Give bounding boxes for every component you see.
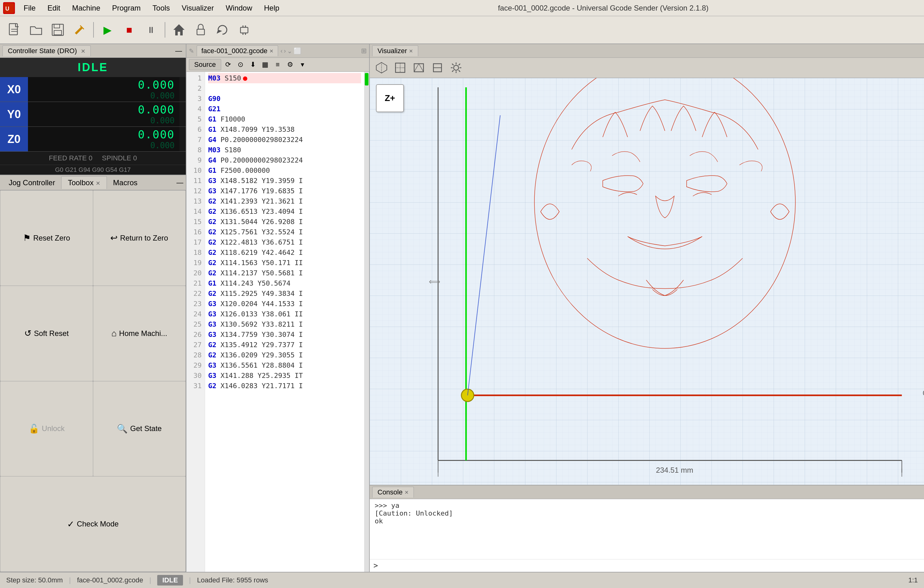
return-to-zero-label: Return to Zero — [120, 234, 168, 243]
x-axis-values: 0.000 0.000 — [28, 77, 180, 102]
tab-macros[interactable]: Macros — [107, 177, 144, 189]
pause-button[interactable]: ⏸ — [142, 20, 160, 39]
menu-file[interactable]: File — [18, 2, 41, 14]
main-toolbar: ▶ ■ ⏸ — [0, 16, 924, 44]
y-main-value: 0.000 — [138, 103, 175, 116]
vis-canvas[interactable]: 222.7 mm 0 mm 234.51 mm Z+ ⟺ — [370, 78, 924, 485]
vis-tab[interactable]: Visualizer ✕ — [372, 45, 418, 56]
new-file-button[interactable] — [5, 20, 24, 39]
jog-panel-minimize[interactable]: — — [177, 179, 183, 187]
edit-button[interactable] — [70, 20, 89, 39]
menu-bar: U File Edit Machine Program Tools Visual… — [0, 0, 924, 16]
dro-tab-bar: Controller State (DRO) ✕ — — [0, 44, 186, 58]
list-icon[interactable]: ≡ — [272, 59, 283, 70]
stop-button[interactable]: ■ — [120, 20, 139, 39]
unlock-label: Unlock — [42, 424, 64, 433]
menu-window[interactable]: Window — [220, 2, 257, 14]
code-file-tab[interactable]: face-001_0002.gcode ✕ — [197, 45, 278, 56]
svg-marker-21 — [414, 64, 424, 72]
right-vis-console: Visualizer ✕ — [370, 44, 924, 572]
step-size-label: Step size: 50.0mm — [6, 576, 63, 584]
save-file-button[interactable] — [48, 20, 67, 39]
return-to-zero-button[interactable]: ↩ Return to Zero — [93, 190, 186, 286]
get-state-button[interactable]: 🔍 Get State — [93, 382, 186, 476]
reset-button[interactable] — [213, 20, 232, 39]
next-button[interactable]: › — [284, 47, 286, 55]
console-input[interactable] — [380, 562, 920, 570]
code-content: M03 S150 G90G21G1 F10000G1 X148.7099 Y19… — [205, 72, 364, 572]
console-panel: Console ✕ >>> ya[Caution: Unlocked]ok > — [370, 485, 924, 572]
menu-machine[interactable]: Machine — [66, 2, 106, 14]
zplus-button[interactable]: Z+ — [376, 84, 404, 112]
console-tab-close[interactable]: ✕ — [404, 489, 409, 496]
layout-icon[interactable]: ▦ — [260, 59, 271, 70]
code-nav-buttons: ‹ › ⌄ ⬜ — [280, 47, 301, 55]
scrollbar[interactable] — [364, 72, 369, 572]
x-sub-value: 0.000 — [150, 91, 175, 101]
x-axis-label: X0 — [0, 77, 28, 102]
scrollbar-thumb[interactable] — [365, 73, 368, 86]
console-tab[interactable]: Console ✕ — [372, 487, 414, 497]
source-button[interactable]: Source — [189, 59, 221, 70]
dropdown-icon[interactable]: ▾ — [297, 59, 308, 70]
status-file-label: face-001_0002.gcode — [77, 576, 143, 584]
refresh-icon[interactable]: ⟳ — [223, 59, 234, 70]
menu-tools[interactable]: Tools — [147, 2, 175, 14]
open-file-button[interactable] — [27, 20, 45, 39]
unlock-button[interactable]: 🔓 Unlock — [0, 382, 93, 476]
jog-tab-bar: Jog Controller Toolbox ✕ Macros — — [0, 175, 186, 190]
search-icon[interactable]: ⊙ — [235, 59, 246, 70]
vis-3d-icon[interactable] — [373, 59, 389, 76]
vis-top-icon[interactable] — [392, 59, 408, 76]
tab-toolbox[interactable]: Toolbox ✕ — [61, 176, 107, 189]
home-machine-button[interactable]: ⌂ Home Machi... — [93, 286, 186, 381]
menu-help[interactable]: Help — [259, 2, 285, 14]
down-button[interactable]: ⌄ — [287, 47, 292, 55]
home-button[interactable] — [170, 20, 188, 39]
code-panel-expand[interactable]: ⊞ — [361, 47, 366, 55]
code-editor-panel: ✎ face-001_0002.gcode ✕ ‹ › ⌄ ⬜ ⊞ Source… — [186, 44, 370, 572]
lock-button[interactable] — [191, 20, 210, 39]
dro-tab-close[interactable]: ✕ — [81, 48, 86, 55]
maximize-button[interactable]: ⬜ — [294, 47, 301, 55]
disconnect-button[interactable] — [235, 20, 254, 39]
svg-line-31 — [459, 64, 460, 65]
code-editor[interactable]: 1234567891011121314151617181920212223242… — [186, 72, 369, 572]
dro-tab[interactable]: Controller State (DRO) ✕ — [2, 45, 91, 56]
code-tab-close[interactable]: ✕ — [269, 48, 274, 54]
console-prompt: > — [373, 561, 378, 570]
settings-icon[interactable]: ⚙ — [285, 59, 296, 70]
soft-reset-button[interactable]: ↺ Soft Reset — [0, 286, 93, 381]
console-content: >>> ya[Caution: Unlocked]ok — [370, 499, 924, 559]
status-sep-3: | — [189, 576, 191, 584]
left-panel: Controller State (DRO) ✕ — IDLE X0 0.000… — [0, 44, 186, 572]
toolbox-tab-close[interactable]: ✕ — [96, 180, 101, 187]
app-logo: U — [3, 2, 15, 14]
dro-panel-close[interactable]: — — [174, 46, 183, 56]
vis-settings-icon[interactable] — [448, 59, 464, 76]
code-file-tab-label: face-001_0002.gcode — [201, 47, 267, 55]
menu-edit[interactable]: Edit — [42, 2, 66, 14]
svg-text:0 mm: 0 mm — [923, 389, 924, 397]
x-indicator — [180, 77, 186, 102]
resize-handle[interactable]: ⟺ — [429, 277, 440, 286]
editor-vis-panel: ✎ face-001_0002.gcode ✕ ‹ › ⌄ ⬜ ⊞ Source… — [186, 44, 924, 572]
vis-tab-close[interactable]: ✕ — [409, 48, 413, 54]
soft-reset-label: Soft Reset — [34, 329, 69, 338]
menu-visualizer[interactable]: Visualizer — [176, 2, 219, 14]
prev-button[interactable]: ‹ — [280, 47, 283, 55]
download-icon[interactable]: ⬇ — [248, 59, 259, 70]
vis-front-icon[interactable] — [411, 59, 427, 76]
svg-rect-7 — [54, 30, 61, 35]
tab-jog-controller[interactable]: Jog Controller — [2, 177, 61, 189]
status-bar: Step size: 50.0mm | face-001_0002.gcode … — [0, 572, 924, 588]
play-button[interactable]: ▶ — [98, 20, 117, 39]
check-mode-button[interactable]: ✓ Check Mode — [0, 476, 185, 571]
menu-program[interactable]: Program — [107, 2, 146, 14]
spindle-label: SPINDLE — [102, 154, 131, 162]
soft-reset-icon: ↺ — [24, 328, 31, 339]
vis-side-icon[interactable] — [429, 59, 446, 76]
line-numbers: 1234567891011121314151617181920212223242… — [186, 72, 205, 572]
reset-zero-button[interactable]: ⚑ Reset Zero — [0, 190, 93, 286]
feed-rate-label: FEED RATE — [49, 154, 87, 162]
